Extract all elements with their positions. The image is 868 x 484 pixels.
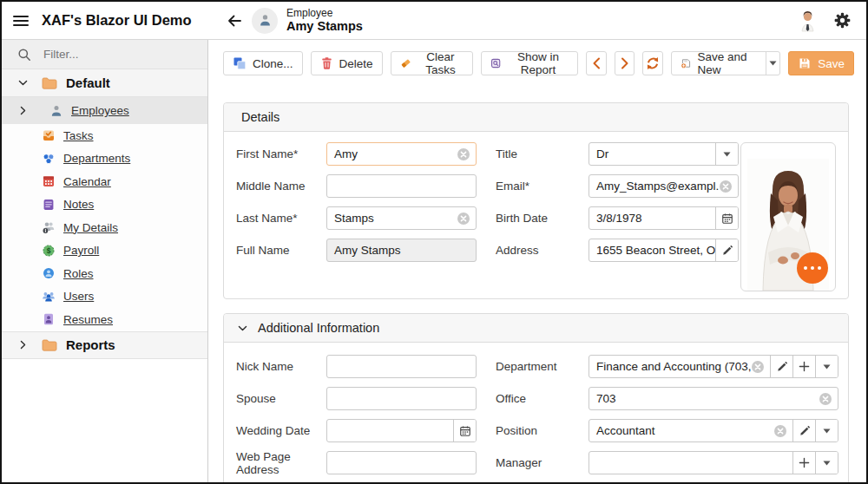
office-field[interactable]: 703 xyxy=(589,387,838,410)
filter-input[interactable] xyxy=(42,47,172,62)
wedding-date-label: Wedding Date xyxy=(236,424,326,437)
spouse-field[interactable] xyxy=(326,387,477,410)
email-field[interactable]: Amy_Stamps@exampl... xyxy=(589,174,739,198)
sidebar-item-label[interactable]: Users xyxy=(63,290,94,303)
sidebar-group-default[interactable]: Default xyxy=(2,69,207,97)
first-name-field[interactable]: Amy xyxy=(326,142,477,166)
details-panel-body: First Name* Amy Title Dr xyxy=(224,132,848,298)
chevron-down-icon[interactable] xyxy=(237,323,248,334)
save-icon xyxy=(798,56,812,70)
address-label: Address xyxy=(496,244,589,257)
sidebar-item-tasks[interactable]: Tasks xyxy=(2,124,207,147)
birth-date-calendar-button[interactable] xyxy=(715,207,738,229)
save-and-new-button[interactable]: Save and New xyxy=(672,52,760,75)
sidebar-group-reports[interactable]: Reports xyxy=(2,331,207,359)
filter-box[interactable] xyxy=(2,40,207,69)
delete-button[interactable]: Delete xyxy=(311,51,383,75)
clear-tasks-button[interactable]: Clear Tasks xyxy=(391,51,474,75)
sidebar: Default Employees xyxy=(2,40,208,482)
clone-button[interactable]: Clone... xyxy=(223,51,303,75)
sidebar-item-label[interactable]: Calendar xyxy=(63,175,111,188)
web-page-field[interactable] xyxy=(326,451,477,474)
settings-gear-icon[interactable] xyxy=(834,12,851,29)
sidebar-item-users[interactable]: Users xyxy=(2,285,207,309)
folder-icon xyxy=(42,339,57,351)
sidebar-item-calendar[interactable]: Calendar xyxy=(2,170,207,193)
caret-down-icon xyxy=(823,461,831,466)
sidebar-item-notes[interactable]: Notes xyxy=(2,193,207,217)
sidebar-item-label[interactable]: Roles xyxy=(63,267,94,280)
department-add-button[interactable] xyxy=(792,356,815,377)
clear-icon[interactable] xyxy=(751,360,765,374)
clear-icon[interactable] xyxy=(457,212,470,226)
details-panel-title: Details xyxy=(241,110,279,124)
users-icon xyxy=(42,290,56,304)
clear-icon[interactable] xyxy=(457,147,470,161)
wedding-date-calendar-button[interactable] xyxy=(453,420,476,441)
my-details-icon xyxy=(42,220,56,234)
birth-date-field[interactable]: 3/8/1978 xyxy=(589,206,739,230)
position-field[interactable]: Accountant xyxy=(589,419,838,442)
title-dropdown-button[interactable] xyxy=(715,143,738,165)
manager-add-button[interactable] xyxy=(792,452,815,474)
folder-icon xyxy=(42,77,57,89)
clear-icon[interactable] xyxy=(819,392,832,406)
sidebar-item-departments[interactable]: Departments xyxy=(2,147,207,171)
sidebar-item-label[interactable]: Departments xyxy=(63,152,130,165)
refresh-button[interactable] xyxy=(642,51,663,75)
sidebar-item-resumes[interactable]: Resumes xyxy=(2,308,207,331)
middle-name-field[interactable] xyxy=(326,174,477,198)
photo-more-button[interactable] xyxy=(797,252,828,284)
clone-label: Clone... xyxy=(253,57,293,70)
back-arrow-icon xyxy=(226,13,243,29)
title-field[interactable]: Dr xyxy=(589,142,739,166)
clear-icon[interactable] xyxy=(773,424,787,438)
save-new-icon xyxy=(681,56,692,71)
department-field[interactable]: Finance and Accounting (703, ... xyxy=(589,355,838,378)
employees-icon xyxy=(49,104,63,118)
clear-icon[interactable] xyxy=(719,180,733,193)
sidebar-item-label[interactable]: Tasks xyxy=(63,129,94,142)
previous-record-button[interactable] xyxy=(586,51,607,75)
save-and-new-dropdown[interactable] xyxy=(766,52,779,75)
chevron-right-icon[interactable] xyxy=(17,105,42,116)
payroll-icon: $ xyxy=(42,244,56,258)
save-button[interactable]: Save xyxy=(788,51,854,75)
wedding-date-field[interactable] xyxy=(326,419,477,442)
sidebar-item-label[interactable]: My Details xyxy=(63,221,118,234)
address-edit-button[interactable] xyxy=(715,239,738,261)
app-title: XAF's Blazor UI Demo xyxy=(42,12,192,29)
department-dropdown-button[interactable] xyxy=(815,356,838,377)
sidebar-item-employees[interactable]: Employees xyxy=(2,97,207,124)
last-name-field[interactable]: Stamps xyxy=(326,206,477,230)
next-record-button[interactable] xyxy=(615,51,635,75)
additional-info-header[interactable]: Additional Information xyxy=(224,314,848,343)
sidebar-item-roles[interactable]: Roles xyxy=(2,262,207,285)
address-field[interactable]: 1655 Beacon Street, O... xyxy=(589,239,739,262)
chevron-right-icon[interactable] xyxy=(17,339,42,350)
app-window: XAF's Blazor UI Demo Employee Amy Stamps xyxy=(0,0,868,484)
show-in-report-button[interactable]: Show in Report xyxy=(481,51,578,75)
chevron-down-icon[interactable] xyxy=(17,77,42,88)
manager-dropdown-button[interactable] xyxy=(815,452,838,474)
position-edit-button[interactable] xyxy=(792,420,815,441)
app-header: XAF's Blazor UI Demo Employee Amy Stamps xyxy=(2,2,866,40)
position-dropdown-button[interactable] xyxy=(815,420,838,441)
record-type: Employee xyxy=(286,7,363,19)
plus-icon xyxy=(799,457,810,468)
sidebar-item-label[interactable]: Resumes xyxy=(63,313,113,326)
menu-icon[interactable] xyxy=(13,13,29,29)
nick-name-field[interactable] xyxy=(326,355,477,378)
user-avatar[interactable] xyxy=(799,9,817,32)
sidebar-item-label[interactable]: Notes xyxy=(63,198,94,211)
sidebar-item-my-details[interactable]: My Details xyxy=(2,216,207,239)
email-label: Email* xyxy=(496,180,589,193)
manager-field[interactable] xyxy=(589,451,838,474)
pencil-icon xyxy=(721,245,733,257)
sidebar-item-label[interactable]: Employees xyxy=(71,104,129,117)
sidebar-item-payroll[interactable]: $ Payroll xyxy=(2,239,207,263)
department-edit-button[interactable] xyxy=(770,356,792,377)
back-button[interactable] xyxy=(224,11,245,30)
sidebar-item-label[interactable]: Payroll xyxy=(63,244,99,257)
caret-down-icon xyxy=(769,61,777,66)
